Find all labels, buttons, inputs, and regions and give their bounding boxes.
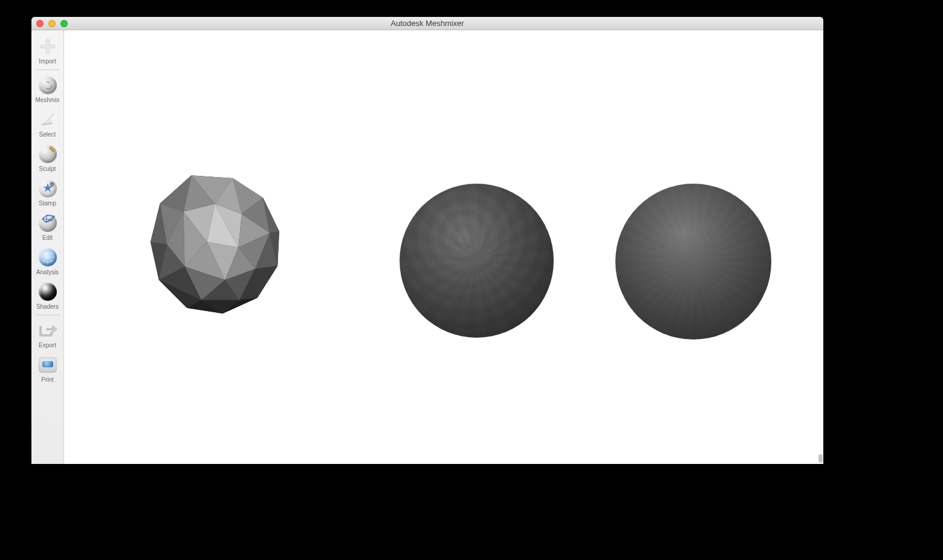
tool-stamp-label: Stamp [39,200,56,207]
tool-import[interactable]: Import [33,34,62,68]
sculpt-sphere-icon [37,144,58,164]
tool-sculpt[interactable]: Sculpt [33,141,62,176]
window-title: Autodesk Meshmixer [31,19,823,28]
head-sphere-icon [37,75,58,95]
printer-icon [37,355,58,375]
tool-stamp[interactable]: Stamp [33,176,62,210]
tool-import-label: Import [39,58,56,65]
svg-marker-35 [255,266,277,298]
tool-print-label: Print [41,376,54,383]
scrollbar-stub[interactable] [818,454,823,463]
separator [36,315,59,315]
tool-export[interactable]: Export [33,318,62,352]
mesh-low-poly-sphere[interactable] [143,170,294,321]
zoom-icon[interactable] [60,20,68,27]
tool-shaders[interactable]: Shaders [33,279,62,314]
toolbar: Import Meshmix [31,30,64,464]
close-icon[interactable] [36,20,44,27]
export-arrow-icon [37,320,58,341]
tool-select[interactable]: Select [33,107,62,141]
mesh-mid-poly-sphere[interactable] [400,184,554,338]
window-controls [36,20,68,27]
tool-export-label: Export [39,342,56,349]
tool-meshmix[interactable]: Meshmix [33,72,62,107]
analysis-wire-sphere-icon [37,247,58,268]
tool-print[interactable]: Print [33,352,62,387]
tool-select-label: Select [39,131,56,138]
stamp-icon [37,178,58,199]
tool-analysis[interactable]: Analysis [33,245,62,279]
tool-shaders-label: Shaders [36,303,59,310]
app-window: Autodesk Meshmixer Import [31,17,823,464]
tool-edit-label: Edit [42,234,53,241]
mesh-high-poly-sphere[interactable] [615,184,771,340]
shiny-sphere-icon [37,282,58,302]
titlebar[interactable]: Autodesk Meshmixer [31,17,823,30]
svg-rect-3 [41,45,54,48]
minimize-icon[interactable] [48,20,56,27]
window-body: Import Meshmix [31,30,823,464]
plus-icon [37,36,58,57]
viewport-canvas[interactable] [64,30,823,464]
tool-edit[interactable]: Edit [33,210,62,245]
svg-point-5 [52,216,54,218]
tool-sculpt-label: Sculpt [39,166,56,172]
separator [36,69,59,70]
svg-point-4 [50,182,54,187]
tool-analysis-label: Analysis [36,269,59,275]
cursor-arrow-icon [37,109,58,130]
edit-wire-icon [37,213,58,233]
viewport-3d[interactable] [64,30,823,464]
tool-meshmix-label: Meshmix [35,97,59,103]
